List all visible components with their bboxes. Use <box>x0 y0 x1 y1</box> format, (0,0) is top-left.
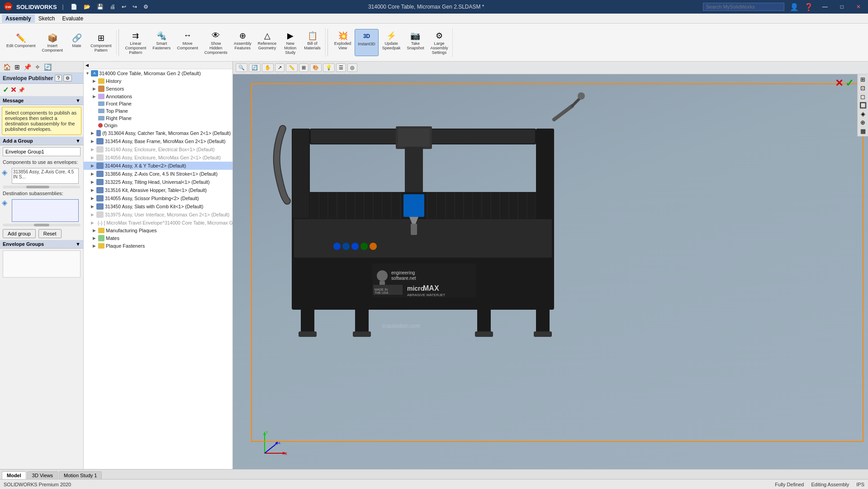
ep-help-btn[interactable]: ? <box>55 75 62 82</box>
tab-motion-study[interactable]: Motion Study 1 <box>59 471 102 479</box>
vp-right-icon-1[interactable]: ⊞ <box>860 76 865 83</box>
large-assembly-btn[interactable]: ⚙ LargeAssemblySettings <box>427 29 451 56</box>
vp-right-icon-3[interactable]: ◻ <box>860 93 865 100</box>
vp-render-btn[interactable]: ◎ <box>347 63 357 72</box>
linear-pattern-btn[interactable]: ⇉ LinearComponentPattern <box>123 29 149 56</box>
menu-evaluate[interactable]: Evaluate <box>58 14 87 23</box>
vp-cancel-btn[interactable]: ✕ <box>835 77 843 89</box>
panel-icon-4[interactable]: ✧ <box>33 62 42 72</box>
vp-section-btn[interactable]: ☰ <box>336 63 346 72</box>
edit-component-btn[interactable]: ✏️ Edit Component <box>4 31 38 54</box>
update-speedpak-btn[interactable]: ⚡ UpdateSpeedpak <box>379 29 403 56</box>
tree-item-assy3[interactable]: ▶ 314140 Assy, Enclosure, Electrical Box… <box>84 145 232 153</box>
bill-of-materials-btn[interactable]: 📋 Bill ofMaterials <box>301 29 323 56</box>
group-name-input[interactable] <box>3 147 81 156</box>
cnc-machine-svg: engineering software.net MADE IN THE USA… <box>256 83 599 337</box>
panel-icon-1[interactable]: 🏠 <box>2 62 12 72</box>
tree-item-assy2[interactable]: ▶ 313454 Assy, Base Frame, MicroMax Gen … <box>84 137 232 145</box>
instant3d-btn[interactable]: 3D Instant3D <box>355 29 379 56</box>
maximize-btn[interactable]: □ <box>837 3 847 11</box>
cancel-btn[interactable]: ✕ <box>10 86 16 94</box>
undo-icon[interactable]: ↩ <box>120 3 128 11</box>
options-icon[interactable]: ⚙ <box>142 3 150 11</box>
tree-item-mfg[interactable]: ▶ Manufacturing Plaques <box>84 227 232 234</box>
tree-collapse-icon[interactable]: ◀ <box>85 63 89 67</box>
tree-root[interactable]: ▼ A 314000 Core Table, Micromax Gen 2 (D… <box>84 69 232 77</box>
tree-item-right-plane[interactable]: ▶ Right Plane <box>84 115 232 122</box>
tree-item-sensors[interactable]: ▶ Sensors <box>84 85 232 93</box>
tree-item-assy5[interactable]: ▶ 314044 Assy, X & Y Tube<2> (Default) <box>84 162 232 170</box>
model-area[interactable]: engineering software.net MADE IN THE USA… <box>233 74 868 469</box>
new-motion-study-btn[interactable]: ▶ NewMotionStudy <box>280 29 300 56</box>
menu-assembly[interactable]: Assembly <box>2 14 35 23</box>
vp-zoom-btn[interactable]: 🔍 <box>236 63 247 72</box>
smart-fasteners-btn[interactable]: 🔩 SmartFasteners <box>150 29 173 56</box>
save-icon[interactable]: 💾 <box>95 3 105 11</box>
mate-btn[interactable]: 🔗 Mate <box>66 31 87 54</box>
vp-pan-btn[interactable]: ✋ <box>262 63 274 72</box>
tree-item-assy10[interactable]: ▶ 313450 Assy, Slats with Comb Kit<1> (D… <box>84 202 232 211</box>
reset-btn[interactable]: Reset <box>38 229 62 238</box>
panel-icon-3[interactable]: 📌 <box>22 62 33 72</box>
tab-3d-views[interactable]: 3D Views <box>27 471 58 479</box>
vp-right-icon-7[interactable]: ▦ <box>860 128 866 134</box>
show-hidden-btn[interactable]: 👁 ShowHiddenComponents <box>202 29 230 56</box>
svg-rect-54 <box>477 305 491 332</box>
confirm-btn[interactable]: ✓ <box>3 86 9 94</box>
pin-btn[interactable]: 📌 <box>18 87 25 93</box>
vp-right-icon-5[interactable]: ◈ <box>861 110 865 117</box>
vp-confirm-btn[interactable]: ✓ <box>845 77 854 89</box>
tree-item-assy1[interactable]: ▶ (f) 313604 Assy, Catcher Tank, Microma… <box>84 129 232 137</box>
vp-measure-btn[interactable]: 📏 <box>286 63 298 72</box>
insert-component-btn[interactable]: 📦 InsertComponent <box>39 31 66 54</box>
tree-item-assy4[interactable]: ▶ 314056 Assy, Enclosure, MicroMax Gen 2… <box>84 153 232 162</box>
ref-geometry-btn[interactable]: △ ReferenceGeometry <box>255 29 280 56</box>
tree-item-assy6[interactable]: ▶ 313856 Assy, Z-Axis Core, 4.5 IN Strok… <box>84 170 232 178</box>
vp-select-btn[interactable]: ↗ <box>275 63 285 72</box>
search-input[interactable] <box>703 3 784 11</box>
add-group-header[interactable]: Add a Group ▼ <box>0 137 83 145</box>
component-pattern-btn[interactable]: ⊞ ComponentPattern <box>88 31 114 54</box>
panel-icon-5[interactable]: 🔄 <box>43 62 53 72</box>
tree-item-annotations[interactable]: ▶ Annotations <box>84 93 232 100</box>
help-icon[interactable]: ❓ <box>804 3 813 11</box>
tree-item-origin[interactable]: ▶ Origin <box>84 122 232 129</box>
vp-grid-btn[interactable]: ⊞ <box>299 63 308 72</box>
status-left: SOLIDWORKS Premium 2020 <box>4 482 71 487</box>
add-group-btn[interactable]: Add group <box>3 229 36 238</box>
message-header[interactable]: Message ▼ <box>0 96 83 105</box>
close-btn[interactable]: ✕ <box>853 3 864 11</box>
vp-display-btn[interactable]: 🎨 <box>310 63 322 72</box>
ep-options-btn[interactable]: ⚙ <box>63 75 72 82</box>
exploded-view-btn[interactable]: 💥 ExplodedView <box>332 29 354 56</box>
new-icon[interactable]: 📄 <box>69 3 79 11</box>
envelope-groups-header[interactable]: Envelope Groups ▼ <box>0 240 83 249</box>
exploded-view-icon: 💥 <box>337 30 348 41</box>
assembly-features-btn[interactable]: ⊕ AssemblyFeatures <box>231 29 254 56</box>
take-snapshot-btn[interactable]: 📷 TakeSnapshot <box>404 29 427 56</box>
tree-item-history[interactable]: ▶ History <box>84 77 232 85</box>
print-icon[interactable]: 🖨 <box>109 3 117 11</box>
tree-item-plaque-fasteners[interactable]: ▶ Plaque Fasteners <box>84 242 232 249</box>
move-component-btn[interactable]: ↔ MoveComponent <box>174 29 201 56</box>
redo-icon[interactable]: ↪ <box>131 3 138 11</box>
vp-right-icon-4[interactable]: 🔲 <box>859 102 867 109</box>
tree-item-assy7[interactable]: ▶ 313225 Assy, Tilting Head, Universal<1… <box>84 178 232 186</box>
vp-rotate-btn[interactable]: 🔄 <box>249 63 261 72</box>
user-icon[interactable]: 👤 <box>790 3 799 11</box>
tree-item-front-plane[interactable]: ▶ Front Plane <box>84 100 232 107</box>
tree-item-mates[interactable]: ▶ Mates <box>84 234 232 242</box>
tree-item-assy9[interactable]: ▶ 314055 Assy, Scissor Plumbing<2> (Defa… <box>84 194 232 202</box>
vp-lights-btn[interactable]: 💡 <box>323 63 335 72</box>
panel-icon-2[interactable]: ⊞ <box>13 62 21 72</box>
tree-item-assy12[interactable]: ▶ (-) [ MicroMax Travel Envelope^314000 … <box>84 219 232 227</box>
minimize-btn[interactable]: — <box>819 3 831 11</box>
open-icon[interactable]: 📂 <box>82 3 92 11</box>
tree-item-assy8[interactable]: ▶ 313516 Kit, Abrasive Hopper, Table<1> … <box>84 186 232 194</box>
tab-model[interactable]: Model <box>2 471 26 479</box>
vp-right-icon-6[interactable]: ⊕ <box>860 119 865 126</box>
vp-right-icon-2[interactable]: ⊡ <box>860 85 865 91</box>
tree-item-assy11[interactable]: ▶ 313975 Assy, User Interface, Micromax … <box>84 211 232 219</box>
tree-item-top-plane[interactable]: ▶ Top Plane <box>84 107 232 115</box>
menu-sketch[interactable]: Sketch <box>35 14 59 23</box>
